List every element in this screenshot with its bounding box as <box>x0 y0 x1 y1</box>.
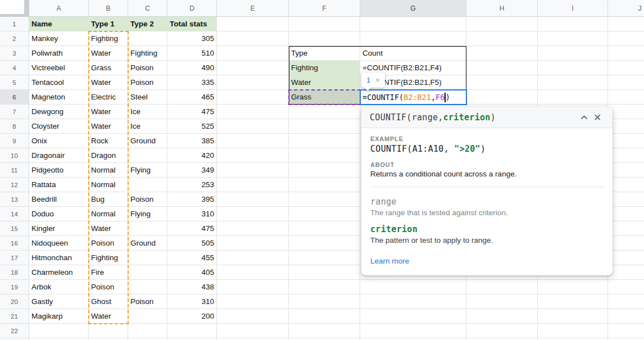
col-header-I[interactable]: I <box>538 0 608 17</box>
cell-C21[interactable] <box>128 309 167 324</box>
cell-B18[interactable]: Fire <box>89 265 128 280</box>
col-header-H[interactable]: H <box>466 0 538 17</box>
cell-D12[interactable]: 253 <box>167 178 217 192</box>
cell-D18[interactable]: 405 <box>167 265 217 280</box>
cell-D20[interactable]: 310 <box>167 294 217 309</box>
cell-E8[interactable] <box>217 119 289 134</box>
cell-J7[interactable] <box>608 105 644 119</box>
cell-B7[interactable]: Water <box>89 105 128 119</box>
cell-F13[interactable] <box>289 192 360 207</box>
cell-B11[interactable]: Normal <box>89 163 128 178</box>
cell-B10[interactable]: Dragon <box>89 148 128 163</box>
cell-I3[interactable] <box>538 46 608 61</box>
cell-G19[interactable] <box>360 280 466 294</box>
cell-E19[interactable] <box>217 280 289 294</box>
cell-B17[interactable]: Fighting <box>89 251 128 265</box>
cell-B15[interactable]: Water <box>89 221 128 236</box>
cell-J15[interactable] <box>608 221 644 236</box>
col-header-B[interactable]: B <box>89 0 128 17</box>
cell-J3[interactable] <box>608 46 644 61</box>
cell-J2[interactable] <box>608 31 644 46</box>
row-header-10[interactable]: 10 <box>0 148 29 163</box>
cell-F8[interactable] <box>289 119 360 134</box>
cell-C18[interactable] <box>128 265 167 280</box>
cell-E17[interactable] <box>217 251 289 265</box>
cell-I6[interactable] <box>538 90 608 105</box>
row-header-13[interactable]: 13 <box>0 192 29 207</box>
cell-A15[interactable]: Kingler <box>29 221 89 236</box>
cell-B3[interactable]: Water <box>89 46 128 61</box>
cell-A14[interactable]: Doduo <box>29 207 89 221</box>
cell-F18[interactable] <box>289 265 360 280</box>
cell-E10[interactable] <box>217 148 289 163</box>
cell-H22[interactable] <box>466 324 538 338</box>
cell-F16[interactable] <box>289 236 360 251</box>
cell-A3[interactable]: Poliwrath <box>29 46 89 61</box>
cell-A20[interactable]: Gastly <box>29 294 89 309</box>
row-header-5[interactable]: 5 <box>0 75 29 90</box>
row-header-19[interactable]: 19 <box>0 280 29 294</box>
cell-H2[interactable] <box>466 31 538 46</box>
cell-B4[interactable]: Grass <box>89 61 128 75</box>
cell-H4[interactable] <box>466 61 538 75</box>
cell-C14[interactable]: Flying <box>128 207 167 221</box>
cell-G2[interactable] <box>360 31 466 46</box>
cell-B8[interactable]: Water <box>89 119 128 134</box>
cell-E3[interactable] <box>217 46 289 61</box>
row-header-9[interactable]: 9 <box>0 134 29 148</box>
cell-J18[interactable] <box>608 265 644 280</box>
cell-C12[interactable] <box>128 178 167 192</box>
cell-B16[interactable]: Poison <box>89 236 128 251</box>
formula-edit-cell-G6[interactable]: =COUNTIF(B2:B21,F6) <box>360 89 467 105</box>
cell-A8[interactable]: Cloyster <box>29 119 89 134</box>
row-header-7[interactable]: 7 <box>0 105 29 119</box>
row-header-16[interactable]: 16 <box>0 236 29 251</box>
cell-A16[interactable]: Nidoqueen <box>29 236 89 251</box>
row-header-1[interactable]: 1 <box>0 17 29 31</box>
cell-D6[interactable]: 465 <box>167 90 217 105</box>
cell-D7[interactable]: 475 <box>167 105 217 119</box>
col-header-F[interactable]: F <box>289 0 360 17</box>
cell-J19[interactable] <box>608 280 644 294</box>
cell-B14[interactable]: Normal <box>89 207 128 221</box>
cell-C5[interactable]: Poison <box>128 75 167 90</box>
cell-F14[interactable] <box>289 207 360 221</box>
cell-C15[interactable] <box>128 221 167 236</box>
col-header-G[interactable]: G <box>360 0 466 17</box>
cell-J22[interactable] <box>608 324 644 338</box>
learn-more-link[interactable]: Learn more <box>370 257 409 265</box>
cell-E16[interactable] <box>217 236 289 251</box>
cell-G20[interactable] <box>360 294 466 309</box>
cell-F12[interactable] <box>289 178 360 192</box>
cell-F2[interactable] <box>289 31 360 46</box>
row-header-21[interactable]: 21 <box>0 309 29 324</box>
cell-D1[interactable]: Total stats <box>167 17 217 31</box>
cell-D22[interactable] <box>167 324 217 338</box>
cell-E14[interactable] <box>217 207 289 221</box>
cell-F3[interactable]: Type <box>289 46 360 61</box>
collapse-chevron-icon[interactable] <box>577 111 591 124</box>
row-header-12[interactable]: 12 <box>0 178 29 192</box>
cell-H5[interactable] <box>466 75 538 90</box>
cell-F19[interactable] <box>289 280 360 294</box>
cell-F17[interactable] <box>289 251 360 265</box>
row-header-4[interactable]: 4 <box>0 61 29 75</box>
cell-A19[interactable]: Arbok <box>29 280 89 294</box>
cell-D2[interactable]: 305 <box>167 31 217 46</box>
cell-J5[interactable] <box>608 75 644 90</box>
cell-F11[interactable] <box>289 163 360 178</box>
row-header-22[interactable]: 22 <box>0 324 29 338</box>
cell-E18[interactable] <box>217 265 289 280</box>
cell-E12[interactable] <box>217 178 289 192</box>
row-header-11[interactable]: 11 <box>0 163 29 178</box>
row-header-6[interactable]: 6 <box>0 90 29 105</box>
cell-F10[interactable] <box>289 148 360 163</box>
cell-D13[interactable]: 395 <box>167 192 217 207</box>
cell-D8[interactable]: 525 <box>167 119 217 134</box>
cell-F7[interactable] <box>289 105 360 119</box>
cell-E11[interactable] <box>217 163 289 178</box>
cell-B2[interactable]: Fighting <box>89 31 128 46</box>
cell-D15[interactable]: 475 <box>167 221 217 236</box>
cell-A10[interactable]: Dragonair <box>29 148 89 163</box>
cell-A4[interactable]: Victreebel <box>29 61 89 75</box>
